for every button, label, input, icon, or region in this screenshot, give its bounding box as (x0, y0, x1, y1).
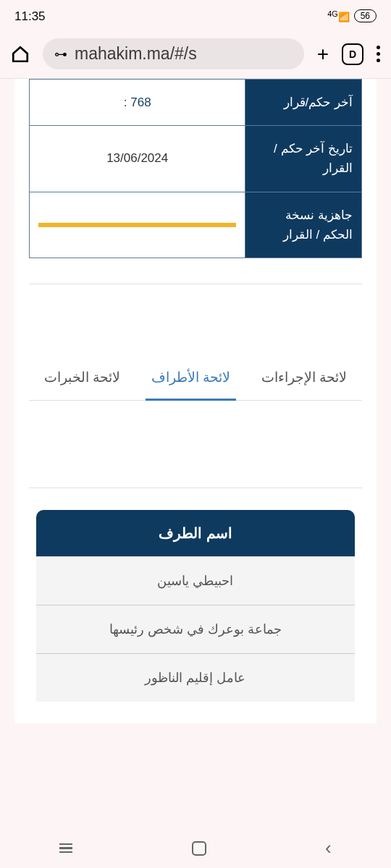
home-button-icon[interactable] (192, 841, 206, 856)
info-value: 13/06/2024 (30, 126, 245, 192)
party-section: اسم الطرف احبيطي ياسين جماعة بوعرك في شخ… (29, 510, 362, 702)
page-content: 768 : آخر حكم/قرار 13/06/2024 تاريخ آخر … (0, 79, 391, 723)
info-table: 768 : آخر حكم/قرار 13/06/2024 تاريخ آخر … (29, 79, 362, 258)
menu-icon[interactable] (377, 46, 380, 62)
site-settings-icon: ⊶ (54, 46, 67, 62)
url-text: mahakim.ma/#/s (75, 44, 197, 64)
tab-count[interactable]: D (342, 43, 363, 65)
table-row: جاهزية نسخة الحكم / القرار (30, 192, 362, 258)
readiness-bar (38, 223, 236, 227)
url-bar[interactable]: ⊶ mahakim.ma/#/s (43, 38, 304, 69)
table-row: 768 : آخر حكم/قرار (30, 80, 362, 126)
list-item: عامل إقليم الناظور (36, 653, 355, 702)
info-label: تاريخ آخر حكم / القرار (245, 126, 362, 192)
info-value-partial: 768 : (38, 95, 236, 110)
divider (29, 488, 362, 488)
home-icon[interactable] (11, 45, 30, 64)
status-bar: 11:35 4G📶 56 (0, 0, 391, 33)
tab-expertise[interactable]: لائحة الخبرات (38, 357, 126, 401)
recent-apps-icon[interactable] (59, 843, 72, 854)
tabs: لائحة الإجراءات لائحة الأطراف لائحة الخب… (29, 357, 362, 401)
table-row: 13/06/2024 تاريخ آخر حكم / القرار (30, 126, 362, 192)
divider (29, 284, 362, 284)
tab-parties[interactable]: لائحة الأطراف (146, 357, 236, 401)
info-label: جاهزية نسخة الحكم / القرار (245, 192, 362, 258)
browser-bar: ⊶ mahakim.ma/#/s + D (0, 33, 391, 79)
system-nav-bar: ‹ (0, 828, 391, 868)
tab-procedures[interactable]: لائحة الإجراءات (256, 357, 353, 401)
info-value-readiness (30, 192, 245, 258)
signal-icon: 4G📶 (327, 9, 349, 22)
list-item: جماعة بوعرك في شخص رئيسها (36, 605, 355, 653)
back-icon[interactable]: ‹ (325, 837, 332, 859)
new-tab-icon[interactable]: + (317, 43, 329, 66)
status-right: 4G📶 56 (327, 9, 377, 22)
status-time: 11:35 (14, 9, 46, 24)
list-item: احبيطي ياسين (36, 556, 355, 605)
party-header: اسم الطرف (36, 510, 355, 556)
battery-badge: 56 (354, 9, 377, 22)
info-label: آخر حكم/قرار (245, 80, 362, 126)
